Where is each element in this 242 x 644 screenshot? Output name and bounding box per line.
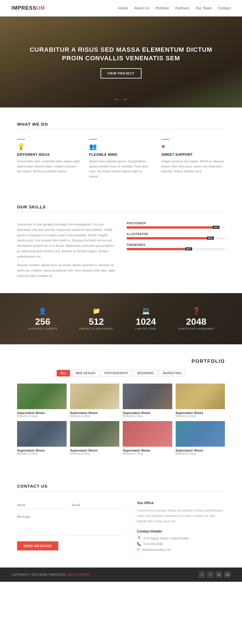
hero-prev-button[interactable]: ← (114, 96, 120, 102)
skill-label-illustrator: ILLUSTRATOR (127, 233, 225, 236)
portfolio-item-7[interactable]: Supermario Shoes Website & Shop (123, 421, 172, 455)
email-icon: ✉ (137, 548, 140, 552)
message-input[interactable] (17, 513, 122, 535)
feature-title-2: FLEXIBLE MIND (89, 153, 153, 157)
contact-grid: SEND MESSAGE Our Office Fusce viverra te… (17, 501, 225, 553)
skill-bar-bg-3: 66% (127, 248, 225, 250)
skills-intro-1: Impressum is free parallax template from… (17, 222, 115, 259)
portfolio-item-4[interactable]: Supermario Shoes Website & Shop (176, 384, 225, 418)
feature-line-2 (89, 139, 97, 140)
social-linkedin[interactable]: in (216, 571, 222, 578)
email-input[interactable] (72, 501, 123, 509)
portfolio-item-6[interactable]: Supermario Shoes Website & Shop (70, 421, 120, 455)
stat-label-1: SATISFIED CLIENTS (28, 327, 57, 330)
portfolio-sub-8: Website & Shop (176, 452, 225, 455)
portfolio-img-5 (17, 421, 67, 447)
social-rss[interactable]: rss (224, 571, 231, 578)
stat-icon-3: 💻 (135, 307, 157, 315)
portfolio-sub-4: Website & Shop (176, 415, 225, 418)
what-we-do-section: WHAT WE DO 💡 DIFFERENT IDEAS Fusce dolor… (0, 107, 242, 193)
portfolio-item-5[interactable]: Supermario Shoes Website & Shop (17, 421, 67, 455)
contact-form: SEND MESSAGE (17, 501, 122, 553)
filter-all[interactable]: ALL (57, 370, 70, 376)
portfolio-item-2[interactable]: Supermario Shoes Website & Shop (70, 384, 120, 418)
portfolio-item-3[interactable]: Supermario Shoes Website & Shop (123, 384, 172, 418)
hero-next-button[interactable]: → (122, 96, 128, 102)
portfolio-header: PORTFOLIO (17, 359, 225, 364)
stat-num-4: 2048 (179, 317, 214, 326)
stat-2: 📁 512 PROJECTS DELIVERED (79, 307, 113, 330)
skills-divider (17, 212, 225, 212)
nav-partners[interactable]: Partners (175, 6, 189, 10)
nav-home[interactable]: Home (118, 6, 128, 10)
skill-pct-2: 88% (207, 237, 214, 240)
nav-about[interactable]: About Us (134, 6, 149, 10)
portfolio-sub-6: Website & Shop (70, 452, 120, 455)
portfolio-sub-3: Website & Shop (123, 415, 172, 418)
filter-photography[interactable]: PHOTOGRAPHY (101, 370, 132, 376)
social-twitter[interactable]: t (207, 571, 214, 578)
hero-cta-button[interactable]: VIEW PROJECT (101, 68, 141, 78)
feature-3: ♥ SWEET SUPPORT Integer posuere dui sapi… (161, 139, 225, 179)
skill-label-photoshop: PHOTOSHOP (127, 222, 225, 225)
contact-email: ✉ hello@company.com (137, 548, 225, 552)
portfolio-name-2: Supermario Shoes (70, 411, 120, 415)
contact-phone: 📞 010-020-0340 (137, 542, 225, 546)
footer-link[interactable]: COLLECT FROM (67, 573, 89, 576)
hero-title: CURABITUR A RISUS SED MASSA ELEMENTUM DI… (30, 45, 212, 62)
send-button[interactable]: SEND MESSAGE (17, 541, 58, 550)
skill-bar-bg-1: 94% (127, 226, 225, 229)
filter-webdesign[interactable]: WEB DESIGN (72, 370, 99, 376)
filter-branding[interactable]: BRANDING (134, 370, 158, 376)
portfolio-img-3 (123, 384, 172, 409)
portfolio-name-6: Supermario Shoes (70, 449, 120, 452)
office-title: Our Office (137, 501, 225, 505)
feature-icon-2: 👥 (89, 143, 153, 150)
skill-bar-2: 88% (127, 237, 213, 239)
portfolio-item-1[interactable]: Supermario Shoes Website & Shop (17, 384, 67, 418)
phone-icon: 📞 (137, 542, 141, 546)
skills-text: Impressum is free parallax template from… (17, 222, 115, 282)
contact-divider (17, 491, 225, 491)
stat-icon-1: 👤 (28, 307, 57, 315)
social-links: f t in rss (199, 571, 231, 578)
stat-num-1: 256 (28, 317, 57, 326)
stats-section: 👤 256 SATISFIED CLIENTS 📁 512 PROJECTS D… (0, 293, 242, 344)
skill-fireworks: FIREWORKS 66% (127, 243, 225, 250)
stat-label-4: QUESTIONS ANSWERED (179, 327, 214, 330)
portfolio-img-1 (17, 384, 67, 409)
contact-section: CONTACT US SEND MESSAGE Our Office Fusce… (0, 469, 242, 568)
skills-section: OUR SKILLS Impressum is free parallax te… (0, 193, 242, 293)
nav-team[interactable]: Our Team (196, 6, 212, 10)
name-input[interactable] (17, 501, 68, 509)
portfolio-img-6 (70, 421, 120, 447)
address-text: 123 Dagon Studio, Digital Estate (143, 537, 189, 540)
section-divider (17, 129, 225, 129)
stat-num-2: 512 (79, 317, 113, 326)
filter-marketing[interactable]: MARKETING (159, 370, 185, 376)
main-nav: Home About Us Portfolio Partners Our Tea… (113, 6, 231, 10)
footer-copy: COPYRIGHT © 2014 MORE TEMPLATES. COLLECT… (11, 573, 89, 576)
skill-pct-1: 94% (213, 226, 220, 229)
feature-text-3: Integer posuere dui sapien. Morbi eu ali… (161, 159, 225, 174)
email-text: hello@company.com (142, 548, 171, 551)
contact-title: CONTACT US (17, 484, 225, 488)
skill-label-fireworks: FIREWORKS (127, 243, 225, 247)
skill-illustrator: ILLUSTRATOR 88% (127, 233, 225, 239)
skills-bars: PHOTOSHOP 94% ILLUSTRATOR 88% FIREWORKS (127, 222, 225, 282)
feature-text-1: Fusce dolor ante, imperdiet vitae sapien… (17, 159, 81, 174)
nav-portfolio[interactable]: Portfolio (155, 6, 169, 10)
feature-2: 👥 FLEXIBLE MIND Mauris quis egestas ipsu… (89, 139, 153, 179)
hero-arrows: ← → (114, 96, 128, 102)
site-logo: IMPRESSUM (11, 5, 45, 11)
portfolio-item-8[interactable]: Supermario Shoes Website & Shop (176, 421, 225, 455)
social-facebook[interactable]: f (199, 571, 205, 578)
portfolio-title: PORTFOLIO (192, 359, 225, 364)
skills-intro-2: Aliquam porttitor aliquet arcu, et ornar… (17, 262, 115, 278)
portfolio-name-8: Supermario Shoes (176, 449, 225, 452)
stat-num-3: 1024 (135, 317, 157, 326)
skill-pct-3: 66% (185, 247, 192, 250)
nav-contact[interactable]: Contact (218, 6, 231, 10)
skill-photoshop: PHOTOSHOP 94% (127, 222, 225, 229)
portfolio-img-4 (176, 384, 225, 409)
